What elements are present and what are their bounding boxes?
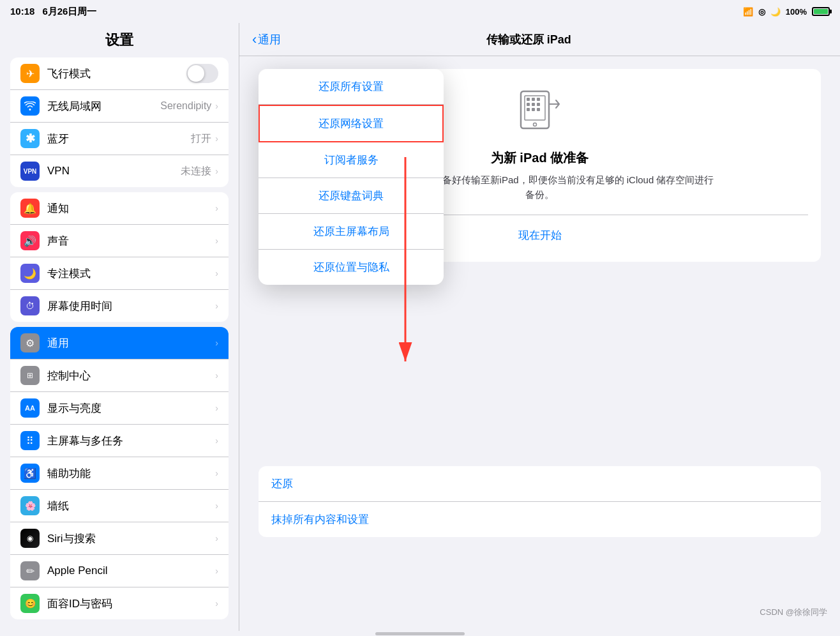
sidebar-item-siri[interactable]: ◉ Siri与搜索 › — [10, 522, 229, 555]
wallpaper-chevron: › — [215, 501, 218, 511]
svg-rect-7 — [532, 103, 535, 106]
home-bar — [375, 632, 465, 635]
faceid-chevron: › — [215, 598, 218, 609]
sidebar-item-screentime[interactable]: ⏱ 屏幕使用时间 › — [10, 290, 229, 322]
screentime-chevron: › — [215, 301, 218, 311]
sidebar-label-bluetooth: 蓝牙 — [47, 132, 191, 146]
restore-button[interactable]: 还原 — [259, 466, 821, 502]
sidebar-item-notifications[interactable]: 🔔 通知 › — [10, 192, 229, 225]
status-time-date: 10:18 6月26日周一 — [10, 6, 96, 18]
moon-icon: 🌙 — [770, 7, 781, 17]
controlcenter-chevron: › — [215, 370, 218, 381]
sidebar-label-display: 显示与亮度 — [47, 401, 215, 416]
sidebar-item-bluetooth[interactable]: ✱ 蓝牙 打开 › — [10, 123, 229, 155]
vpn-icon: VPN — [20, 162, 40, 181]
airplane-toggle[interactable] — [186, 64, 218, 83]
sidebar-label-applepencil: Apple Pencil — [47, 564, 215, 577]
vpn-chevron: › — [215, 166, 218, 176]
dropdown-item-reset-location[interactable]: 还原位置与隐私 — [259, 250, 444, 285]
sidebar-item-homescreen[interactable]: ⠿ 主屏幕与多任务 › — [10, 425, 229, 457]
erase-button[interactable]: 抹掉所有内容和设置 — [259, 502, 821, 537]
wifi-chevron: › — [215, 101, 218, 111]
dropdown-item-reset-all[interactable]: 还原所有设置 — [259, 69, 444, 105]
general-icon: ⚙ — [20, 333, 40, 352]
sidebar-item-focus[interactable]: 🌙 专注模式 › — [10, 257, 229, 290]
sidebar-item-display[interactable]: AA 显示与亮度 › — [10, 392, 229, 425]
sidebar-label-accessibility: 辅助功能 — [47, 466, 215, 481]
wifi-icon — [20, 96, 40, 116]
sidebar-label-focus: 专注模式 — [47, 266, 215, 281]
general-chevron: › — [215, 338, 218, 348]
content-title: 传输或还原 iPad — [281, 32, 776, 47]
applepencil-icon: ✏ — [20, 561, 40, 580]
accessibility-icon: ♿ — [20, 464, 40, 483]
dropdown-item-reset-keyboard[interactable]: 还原键盘词典 — [259, 178, 444, 214]
battery-percent: 100% — [786, 7, 807, 17]
location-icon: ◎ — [758, 7, 765, 17]
back-label: 通用 — [258, 32, 281, 47]
sidebar-item-airplane[interactable]: ✈ 飞行模式 — [10, 57, 229, 90]
bluetooth-chevron: › — [215, 133, 218, 144]
sounds-icon: 🔊 — [20, 231, 40, 250]
sidebar-item-applepencil[interactable]: ✏ Apple Pencil › — [10, 555, 229, 587]
sidebar-section-connectivity: ✈ 飞行模式 无线局域网 Serendipity › — [10, 57, 229, 187]
status-indicators: 📶 ◎ 🌙 100% — [743, 7, 830, 17]
card-title: 为新 iPad 做准备 — [491, 149, 589, 167]
applepencil-chevron: › — [215, 566, 218, 576]
sidebar-label-wallpaper: 墙纸 — [47, 499, 215, 513]
sidebar-label-wifi: 无线局域网 — [47, 99, 160, 114]
sidebar-item-vpn[interactable]: VPN VPN 未连接 › — [10, 155, 229, 187]
home-indicator — [0, 631, 840, 636]
sidebar: 设置 ✈ 飞行模式 无线局域网 — [0, 23, 239, 631]
sidebar-label-airplane: 飞行模式 — [47, 66, 186, 81]
sidebar-label-controlcenter: 控制中心 — [47, 368, 215, 383]
sidebar-item-controlcenter[interactable]: ⊞ 控制中心 › — [10, 360, 229, 392]
svg-rect-9 — [527, 108, 530, 111]
display-chevron: › — [215, 403, 218, 413]
dropdown-menu: 还原所有设置 还原网络设置 订阅者服务 还原键盘词典 还原主屏幕布局 还原位置与… — [259, 69, 444, 285]
sidebar-label-homescreen: 主屏幕与多任务 — [47, 434, 215, 448]
sidebar-item-wifi[interactable]: 无线局域网 Serendipity › — [10, 90, 229, 123]
svg-rect-11 — [537, 108, 540, 111]
sidebar-section-system: 🔔 通知 › 🔊 声音 › 🌙 专注模式 › ⏱ 屏幕使用时间 › — [10, 192, 229, 322]
wifi-value: Serendipity — [160, 100, 211, 112]
vpn-value: 未连接 — [181, 165, 211, 178]
dropdown-item-reader-service[interactable]: 订阅者服务 — [259, 142, 444, 178]
bluetooth-value: 打开 — [191, 132, 211, 146]
svg-rect-10 — [532, 108, 535, 111]
back-button[interactable]: ‹ 通用 — [252, 31, 281, 48]
bottom-section: 还原 抹掉所有内容和设置 — [259, 466, 821, 537]
dropdown-item-reset-network[interactable]: 还原网络设置 — [259, 105, 444, 142]
sidebar-label-screentime: 屏幕使用时间 — [47, 299, 215, 314]
controlcenter-icon: ⊞ — [20, 366, 40, 385]
battery-icon — [812, 7, 830, 16]
sidebar-label-faceid: 面容ID与密码 — [47, 596, 215, 611]
siri-chevron: › — [215, 533, 218, 543]
sounds-chevron: › — [215, 236, 218, 246]
ipad-icon — [514, 88, 566, 139]
homescreen-icon: ⠿ — [20, 431, 40, 450]
card-action-button[interactable]: 现在开始 — [518, 228, 562, 243]
sidebar-item-sounds[interactable]: 🔊 声音 › — [10, 225, 229, 257]
sidebar-item-general[interactable]: ⚙ 通用 › — [10, 327, 229, 360]
focus-chevron: › — [215, 268, 218, 278]
svg-rect-3 — [527, 98, 530, 101]
status-time: 10:18 — [10, 6, 34, 18]
content-header: ‹ 通用 传输或还原 iPad — [239, 23, 840, 56]
sidebar-label-general: 通用 — [47, 336, 215, 351]
sidebar-label-siri: Siri与搜索 — [47, 531, 215, 546]
screentime-icon: ⏱ — [20, 296, 40, 315]
notifications-icon: 🔔 — [20, 199, 40, 218]
display-icon: AA — [20, 398, 40, 418]
notifications-chevron: › — [215, 203, 218, 213]
sidebar-item-faceid[interactable]: 😊 面容ID与密码 › — [10, 587, 229, 619]
wifi-icon: 📶 — [743, 7, 753, 17]
content-area: ‹ 通用 传输或还原 iPad — [239, 23, 840, 631]
dropdown-item-reset-home[interactable]: 还原主屏幕布局 — [259, 214, 444, 250]
sidebar-item-wallpaper[interactable]: 🌸 墙纸 › — [10, 490, 229, 522]
homescreen-chevron: › — [215, 435, 218, 446]
sidebar-item-accessibility[interactable]: ♿ 辅助功能 › — [10, 457, 229, 490]
focus-icon: 🌙 — [20, 264, 40, 283]
svg-rect-8 — [537, 103, 540, 106]
main-layout: 设置 ✈ 飞行模式 无线局域网 — [0, 23, 840, 631]
